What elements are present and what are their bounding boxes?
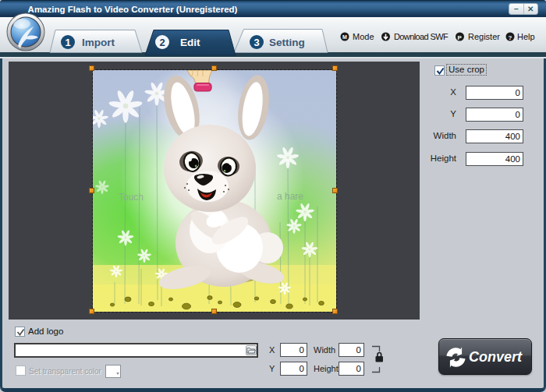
svg-text:M: M	[342, 34, 347, 40]
svg-text:Download SWF: Download SWF	[394, 32, 448, 41]
svg-text:Setting: Setting	[269, 37, 305, 48]
svg-text:Edit: Edit	[180, 37, 200, 48]
svg-text:Register: Register	[468, 32, 500, 41]
svg-text:3: 3	[254, 37, 259, 48]
svg-text:?: ?	[509, 34, 512, 41]
svg-text:Import: Import	[82, 37, 115, 48]
svg-text:P: P	[458, 34, 463, 41]
svg-text:Mode: Mode	[353, 32, 374, 41]
svg-text:Help: Help	[517, 32, 535, 41]
svg-text:2: 2	[159, 37, 165, 48]
svg-text:1: 1	[65, 37, 70, 48]
